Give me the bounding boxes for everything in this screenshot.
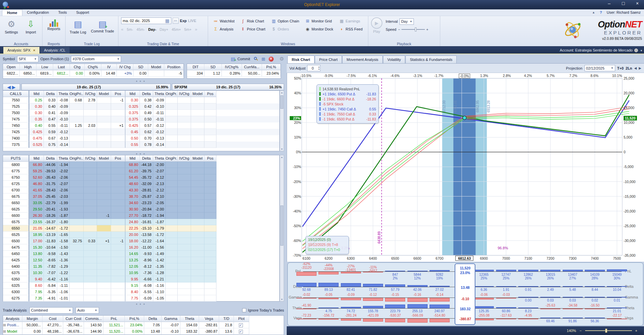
chain-cell[interactable]: 0.49 xyxy=(140,110,153,116)
chain-cell[interactable]: 0.375 xyxy=(125,116,140,122)
chain-cell[interactable] xyxy=(191,295,204,302)
chain-cell[interactable] xyxy=(178,110,191,116)
projection-lines-label[interactable]: 2Ln xyxy=(626,66,632,70)
chain-cell[interactable]: -5.55 xyxy=(140,289,153,295)
chain-cell[interactable] xyxy=(97,168,111,174)
chain-cell[interactable] xyxy=(111,270,125,276)
chain-cell[interactable]: -2.00 xyxy=(153,162,166,168)
chain-cell[interactable]: -1.16 xyxy=(153,282,166,289)
chain-cell[interactable] xyxy=(111,295,125,302)
calendar-icon[interactable]: ▦ xyxy=(165,18,170,23)
chain-cell[interactable]: -7.82 xyxy=(44,263,57,270)
chain-cell[interactable] xyxy=(191,181,204,187)
chain-cell[interactable] xyxy=(166,129,178,135)
chain-cell[interactable]: 10.95 xyxy=(125,270,140,276)
chevron-right-icon[interactable]: ▶ xyxy=(12,85,15,90)
step-5m+[interactable]: 5m+ xyxy=(184,27,192,31)
chain-cell[interactable]: -18.72 xyxy=(140,213,153,219)
chain-cell[interactable] xyxy=(166,162,178,168)
chain-cell[interactable] xyxy=(204,181,216,187)
chain-cell[interactable]: -1.87 xyxy=(153,219,166,225)
chain-cell[interactable]: -2.07 xyxy=(57,181,70,187)
chain-cell[interactable]: 0.75 xyxy=(44,142,57,148)
chain-cell[interactable] xyxy=(84,251,97,257)
chain-row-6600[interactable]: 660026.30-18.26-1.87-127.70-18.72-1.94 xyxy=(3,213,279,219)
chain-row-6650[interactable]: 665033.05-22.79-1.9934.60-23.23-2.05 xyxy=(3,200,279,206)
chain-cell[interactable] xyxy=(166,142,178,148)
chain-cell[interactable]: -16.81 xyxy=(140,219,153,225)
chain-cell[interactable] xyxy=(97,181,111,187)
chain-cell[interactable]: -2.12 xyxy=(153,187,166,193)
minimize-button[interactable]: – xyxy=(606,1,613,6)
menu-tab-support[interactable]: Support xyxy=(72,9,94,16)
chain-cell[interactable]: -22.79 xyxy=(44,200,57,206)
chain-cell[interactable]: 8.60 xyxy=(29,282,44,289)
chain-cell[interactable] xyxy=(204,206,216,213)
chain-cell[interactable]: -1.05 xyxy=(153,295,166,302)
chain-cell[interactable] xyxy=(204,110,216,116)
chain-cell[interactable] xyxy=(70,270,84,276)
chain-cell[interactable]: 10.30 xyxy=(29,270,44,276)
chain-cell[interactable]: -0.09 xyxy=(153,97,166,103)
chain-cell[interactable] xyxy=(70,244,84,251)
ta-cell[interactable]: 143.50 xyxy=(84,322,103,328)
chain-cell[interactable]: 0.38 xyxy=(140,97,153,103)
summary-value[interactable]: 6812... xyxy=(53,70,70,77)
chain-cell[interactable] xyxy=(178,213,191,219)
chain-cell[interactable] xyxy=(97,244,111,251)
chain-cell[interactable]: -25.45 xyxy=(44,193,57,200)
chain-cell[interactable] xyxy=(70,168,84,174)
chain-cell[interactable] xyxy=(84,263,97,270)
chain-cell[interactable]: -1.79 xyxy=(153,225,166,232)
chain-cell[interactable]: 0.41 xyxy=(44,110,57,116)
tab-analysis-cl[interactable]: Analysis: /CL xyxy=(40,47,70,54)
chevron-left-icon[interactable]: ◀ xyxy=(7,85,11,90)
chain-cell[interactable]: 0.47 xyxy=(44,116,57,122)
chain-cell[interactable] xyxy=(84,168,97,174)
chain-cell[interactable]: 13.80 xyxy=(29,251,44,257)
chain-cell[interactable]: -1.64 xyxy=(153,238,166,244)
chain-cell[interactable]: -1.42 xyxy=(153,257,166,263)
ta-cell[interactable]: 183.32 xyxy=(180,328,199,335)
chain-cell[interactable]: -1.10 xyxy=(153,289,166,295)
chain-cell[interactable]: -14.67 xyxy=(44,225,57,232)
chain-cell[interactable]: 15.30 xyxy=(29,244,44,251)
ta-cell[interactable]: 50,000... xyxy=(22,322,42,328)
chain-cell[interactable]: -44.18 xyxy=(140,162,153,168)
chain-cell[interactable]: -1 xyxy=(97,213,111,219)
ta-cell[interactable]: -0.10 xyxy=(162,328,180,335)
chain-cell[interactable]: 68.80 xyxy=(125,162,140,168)
chain-cell[interactable]: 1.25 xyxy=(70,122,84,129)
chain-cell[interactable] xyxy=(97,251,111,257)
summary-value[interactable]: 14.48 xyxy=(101,70,117,77)
ta-cell[interactable]: 23.04% xyxy=(125,322,144,328)
ta-cell[interactable]: -35,748... xyxy=(63,322,84,328)
symbol-select[interactable]: SPX▼ xyxy=(17,56,38,62)
chain-cell[interactable] xyxy=(111,289,125,295)
analysis-auto-select[interactable]: Auto▼ xyxy=(76,307,99,314)
chain-cell[interactable] xyxy=(70,257,84,263)
chain-cell[interactable]: -1.72 xyxy=(57,225,70,232)
chain-cell[interactable] xyxy=(70,103,84,110)
chain-cell[interactable] xyxy=(97,257,111,263)
vol-adjust-spinner[interactable]: 0 ▲▼ xyxy=(307,65,320,71)
play-button[interactable]: ▶ xyxy=(371,17,382,29)
chain-cell[interactable]: -0.14 xyxy=(153,142,166,148)
chain-cell[interactable]: 17.00 xyxy=(29,238,44,244)
zoom-slider[interactable] xyxy=(585,330,632,331)
chain-cell[interactable] xyxy=(191,135,204,142)
chain-cell[interactable] xyxy=(70,251,84,257)
chain-cell[interactable] xyxy=(111,142,125,148)
chain-cell[interactable] xyxy=(204,200,216,206)
chain-cell[interactable]: 13.25 xyxy=(125,257,140,263)
chain-cell[interactable] xyxy=(97,187,111,193)
ta-analysis-cell[interactable]: ⊞ Positi... xyxy=(3,322,22,328)
chain-cell[interactable]: -2.00 xyxy=(153,206,166,213)
chart-legend[interactable]: 14,538.93 Realized PnL+1 19dic. 6500 Put… xyxy=(316,84,379,123)
analysis-button[interactable]: ΣAnalysis xyxy=(211,25,237,32)
tab-analysis-spx[interactable]: Analysis: SPX× xyxy=(3,47,39,54)
chain-cell[interactable]: 0.30 xyxy=(125,97,140,103)
chain-cell[interactable] xyxy=(166,200,178,206)
chain-cell[interactable] xyxy=(204,225,216,232)
chain-cell[interactable]: 16.20 xyxy=(125,244,140,251)
